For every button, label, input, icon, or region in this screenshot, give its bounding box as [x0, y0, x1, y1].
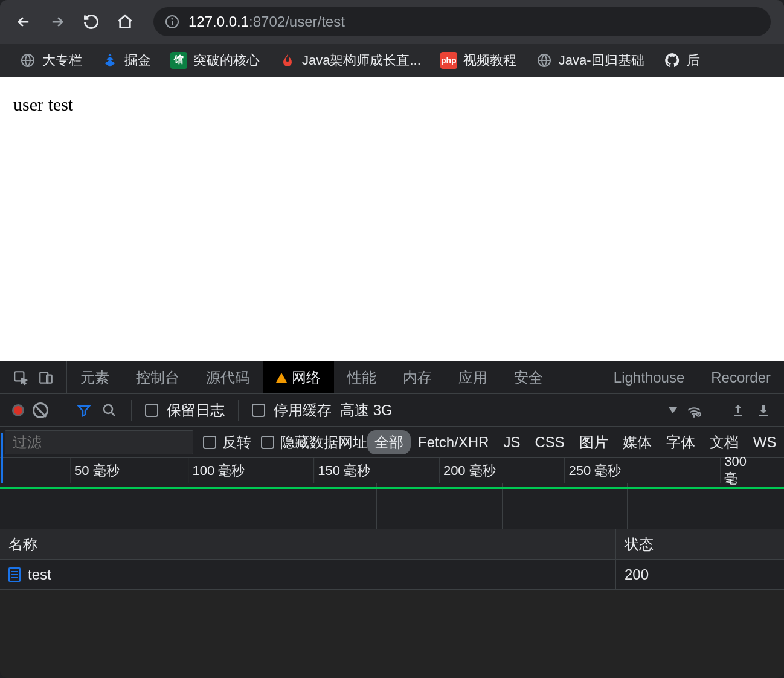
address-bar[interactable]: 127.0.0.1:8702/user/test — [153, 7, 771, 36]
throttling-select[interactable]: 高速 3G — [340, 401, 393, 420]
bookmark-tupo[interactable]: 馆 突破的核心 — [164, 48, 266, 73]
tab-label: Lighthouse — [614, 369, 684, 386]
tab-network[interactable]: 网络 — [263, 361, 334, 393]
network-conditions-icon[interactable] — [686, 402, 702, 419]
filter-type-js[interactable]: JS — [496, 431, 527, 453]
page-body-text: user test — [13, 94, 771, 115]
divider — [62, 400, 62, 421]
bookmark-java-arch[interactable]: Java架构师成长直... — [273, 48, 427, 73]
tab-lighthouse[interactable]: Lighthouse — [600, 361, 698, 393]
dropdown-icon[interactable] — [669, 407, 677, 413]
timeline-tick: 250 毫秒 — [569, 462, 628, 480]
record-button[interactable] — [12, 404, 24, 416]
browser-toolbar: 127.0.0.1:8702/user/test — [0, 0, 784, 44]
timeline-tick: 150 毫秒 — [318, 462, 376, 480]
network-toolbar: 保留日志 停用缓存 高速 3G — [0, 394, 784, 427]
bookmark-label: Java-回归基础 — [559, 51, 644, 69]
throttling-value: 高速 3G — [340, 401, 393, 420]
timeline-tick: 100 毫秒 — [193, 462, 251, 480]
filter-type-media[interactable]: 媒体 — [615, 430, 659, 454]
invert-checkbox[interactable]: 反转 — [203, 433, 251, 452]
bookmark-dazhuanlan[interactable]: 大专栏 — [13, 48, 88, 73]
bookmark-juejin[interactable]: 掘金 — [95, 48, 157, 73]
divider — [238, 400, 239, 421]
globe-icon — [536, 52, 553, 69]
tab-application[interactable]: 应用 — [445, 361, 501, 393]
hide-data-urls-checkbox[interactable]: 隐藏数据网址 — [261, 433, 367, 452]
filter-input[interactable] — [5, 430, 193, 454]
url-host: 127.0.0.1 — [188, 13, 249, 30]
network-table-header: 名称 状态 — [0, 529, 784, 560]
upload-har-icon[interactable] — [730, 402, 747, 419]
devtools-tab-bar: 元素 控制台 源代码 网络 性能 内存 应用 安全 Lighthouse Rec… — [0, 361, 784, 394]
request-status: 200 — [616, 560, 784, 589]
php-icon: php — [440, 52, 457, 69]
tab-label: 内存 — [403, 368, 432, 387]
network-request-row[interactable]: test 200 — [0, 560, 784, 590]
preserve-log-checkbox[interactable] — [145, 404, 158, 417]
filter-type-css[interactable]: CSS — [527, 431, 571, 453]
url-path: :8702/user/test — [249, 13, 345, 30]
network-empty-area — [0, 590, 784, 678]
request-name: test — [28, 566, 51, 583]
inspect-element-icon[interactable] — [12, 369, 29, 386]
bookmark-label: 后 — [687, 51, 700, 69]
reload-button[interactable] — [81, 11, 101, 32]
forward-button[interactable] — [47, 11, 68, 32]
tab-recorder[interactable]: Recorder — [698, 361, 784, 393]
warning-icon — [276, 373, 287, 383]
tab-performance[interactable]: 性能 — [334, 361, 390, 393]
bookmark-label: 视频教程 — [463, 51, 516, 69]
url-text: 127.0.0.1:8702/user/test — [188, 13, 345, 30]
filter-type-doc[interactable]: 文档 — [702, 430, 746, 454]
filter-type-all[interactable]: 全部 — [367, 430, 411, 454]
green-box-icon: 馆 — [170, 52, 187, 69]
divider — [716, 400, 716, 421]
filter-type-img[interactable]: 图片 — [572, 430, 615, 454]
column-status-header[interactable]: 状态 — [616, 529, 784, 559]
column-name-header[interactable]: 名称 — [0, 529, 616, 559]
tab-console[interactable]: 控制台 — [123, 361, 193, 393]
filter-type-font[interactable]: 字体 — [659, 430, 702, 454]
site-info-icon[interactable] — [164, 14, 180, 30]
disable-cache-checkbox[interactable] — [252, 404, 265, 417]
timeline-cursor — [1, 433, 3, 483]
network-timeline[interactable]: 50 毫秒 100 毫秒 150 毫秒 200 毫秒 250 毫秒 300 毫 — [0, 458, 784, 529]
clear-button[interactable] — [33, 402, 48, 418]
svg-rect-11 — [734, 415, 742, 416]
tab-label: 安全 — [514, 368, 543, 387]
download-har-icon[interactable] — [755, 402, 772, 419]
document-icon — [8, 567, 21, 582]
filter-icon[interactable] — [76, 402, 92, 419]
fire-icon — [279, 52, 296, 69]
filter-type-fetchxhr[interactable]: Fetch/XHR — [411, 431, 496, 453]
bookmark-label: 掘金 — [124, 51, 151, 69]
globe-icon — [19, 52, 36, 69]
tab-sources[interactable]: 源代码 — [193, 361, 263, 393]
tab-label: 性能 — [347, 368, 376, 387]
tab-elements[interactable]: 元素 — [67, 361, 123, 393]
tab-memory[interactable]: 内存 — [390, 361, 445, 393]
page-content: user test — [0, 77, 784, 361]
timeline-load-line — [0, 487, 784, 489]
filter-type-ws[interactable]: WS — [746, 431, 784, 453]
search-icon[interactable] — [101, 402, 118, 419]
bookmark-label: 突破的核心 — [193, 51, 260, 69]
bookmark-java-basics[interactable]: Java-回归基础 — [530, 48, 651, 73]
juejin-icon — [101, 52, 118, 69]
tab-label: 网络 — [292, 368, 321, 387]
timeline-tick: 300 毫 — [724, 454, 753, 488]
invert-label: 反转 — [222, 433, 251, 452]
device-toggle-icon[interactable] — [37, 369, 54, 386]
network-filter-row: 反转 隐藏数据网址 全部 Fetch/XHR JS CSS 图片 媒体 字体 文… — [0, 427, 784, 458]
tab-label: Recorder — [711, 369, 771, 386]
bookmarks-bar: 大专栏 掘金 馆 突破的核心 Java架构师成长直... php 视频教程 Ja… — [0, 44, 784, 77]
home-button[interactable] — [115, 11, 135, 32]
tab-security[interactable]: 安全 — [501, 361, 556, 393]
devtools-panel: 元素 控制台 源代码 网络 性能 内存 应用 安全 Lighthouse Rec… — [0, 361, 784, 678]
back-button[interactable] — [13, 11, 34, 32]
bookmark-github[interactable]: 后 — [658, 48, 706, 73]
tab-label: 元素 — [80, 368, 109, 387]
bookmark-video[interactable]: php 视频教程 — [434, 48, 522, 73]
timeline-tick: 200 毫秒 — [443, 462, 502, 480]
